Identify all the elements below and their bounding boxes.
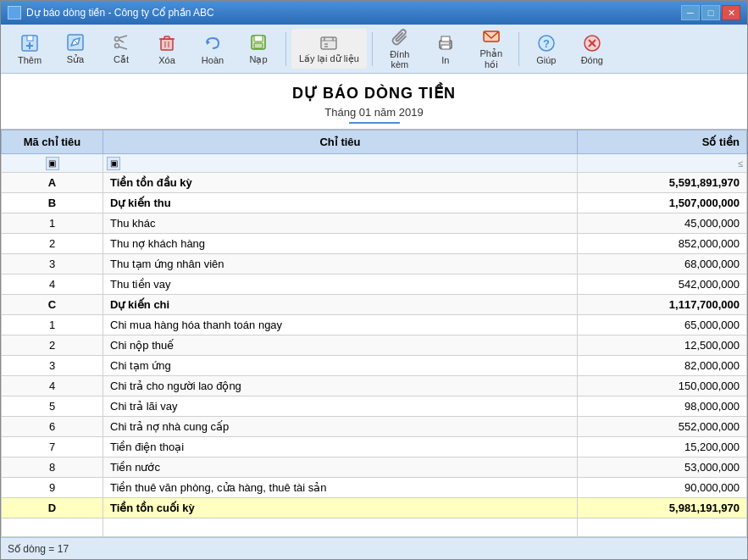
cell-chi-tieu: Chi tạm ứng xyxy=(103,356,578,376)
cell-so-tien: 98,000,000 xyxy=(578,396,747,417)
phan-hoi-button[interactable]: Phản hồi xyxy=(469,29,513,69)
table-row: 1Chi mua hàng hóa thanh toán ngay65,000,… xyxy=(2,315,747,335)
table-row: 3Thu tạm ứng nhân viên68,000,000 xyxy=(2,254,747,274)
cell-chi-tieu: Thu tạm ứng nhân viên xyxy=(103,254,578,274)
nap-label: Nạp xyxy=(249,54,267,65)
phan-hoi-icon xyxy=(481,28,501,47)
table-row: DTiền tồn cuối kỳ5,981,191,970 xyxy=(2,498,747,518)
table-row: ATiền tồn đầu kỳ5,591,891,970 xyxy=(2,173,747,193)
cell-so-tien: 5,591,891,970 xyxy=(578,173,747,193)
svg-text:?: ? xyxy=(543,37,550,50)
svg-line-8 xyxy=(119,36,127,38)
table-header-row: Mã chỉ tiêu Chỉ tiêu Số tiền xyxy=(2,130,747,154)
cell-ma: A xyxy=(2,173,103,193)
table-row: 9Tiền thuê văn phòng, cửa hàng, thuê tài… xyxy=(2,478,747,498)
cell-chi-tieu: Tiền nước xyxy=(103,457,578,478)
toolbar-separator-3 xyxy=(518,32,519,66)
them-button[interactable]: Thêm xyxy=(8,29,52,69)
table-row: 3Chi tạm ứng82,000,000 xyxy=(2,356,747,376)
window-title: Dự báo dòng tiền - Công ty Cổ phần ABC xyxy=(26,7,214,19)
sua-button[interactable]: Sửa xyxy=(53,29,97,69)
filter-row: ▣ ▣ ≤ xyxy=(2,154,747,173)
table-row: 2Chi nộp thuế12,500,000 xyxy=(2,335,747,356)
in-icon xyxy=(435,33,456,53)
app-icon xyxy=(8,6,21,19)
header-chi-tieu: Chỉ tiêu xyxy=(103,130,578,154)
table-row: 8Tiền nước53,000,000 xyxy=(2,457,747,478)
filter-icon-ma[interactable]: ▣ xyxy=(46,157,59,170)
cell-so-tien: 65,000,000 xyxy=(578,315,747,335)
cell-chi-tieu: Tiền tồn cuối kỳ xyxy=(103,498,578,518)
maximize-button[interactable]: □ xyxy=(701,5,720,20)
table-row: 4Thu tiền vay542,000,000 xyxy=(2,274,747,295)
filter-ma[interactable]: ▣ xyxy=(2,154,103,173)
them-icon xyxy=(19,33,40,53)
cell-ma: 7 xyxy=(2,437,103,457)
lay-lai-button[interactable]: Lấy lại dữ liệu xyxy=(291,29,367,69)
cell-chi-tieu: Dự kiến chi xyxy=(103,295,578,315)
toolbar-separator-1 xyxy=(285,32,286,66)
close-button[interactable]: ✕ xyxy=(722,5,740,20)
lay-lai-label: Lấy lại dữ liệu xyxy=(299,53,359,64)
nap-button[interactable]: Nạp xyxy=(236,29,280,69)
table-row: 7Tiền điện thoại15,200,000 xyxy=(2,437,747,457)
table-row: 1Thu khác45,000,000 xyxy=(2,213,747,234)
cell-so-tien: 1,117,700,000 xyxy=(578,295,747,315)
table-row: CDự kiến chi1,117,700,000 xyxy=(2,295,747,315)
cell-ma: 8 xyxy=(2,457,103,478)
cell-chi-tieu: Tiền điện thoại xyxy=(103,437,578,457)
svg-rect-1 xyxy=(27,36,33,41)
report-line xyxy=(349,122,400,124)
giup-button[interactable]: ? Giúp xyxy=(524,29,568,69)
svg-rect-19 xyxy=(254,43,263,48)
cell-chi-tieu: Chi mua hàng hóa thanh toán ngay xyxy=(103,315,578,335)
sua-icon xyxy=(65,32,86,53)
cell-so-tien: 53,000,000 xyxy=(578,457,747,478)
status-text: Số dòng = 17 xyxy=(8,543,69,555)
dinh-kem-label: Đính kèm xyxy=(381,49,418,69)
cell-so-tien: 68,000,000 xyxy=(578,254,747,274)
cell-so-tien: 552,000,000 xyxy=(578,417,747,437)
cell-ma: 4 xyxy=(2,376,103,396)
cell-ma: 5 xyxy=(2,396,103,417)
svg-point-7 xyxy=(115,44,119,48)
svg-rect-28 xyxy=(441,45,450,49)
cell-so-tien: 82,000,000 xyxy=(578,356,747,376)
filter-icon-chi-tieu[interactable]: ▣ xyxy=(107,157,120,170)
cell-chi-tieu: Dự kiến thu xyxy=(103,193,578,213)
xoa-button[interactable]: Xóa xyxy=(145,29,189,69)
table-container[interactable]: Mã chỉ tiêu Chỉ tiêu Số tiền ▣ ▣ xyxy=(1,129,747,537)
xoa-icon xyxy=(157,33,177,53)
giup-label: Giúp xyxy=(536,55,556,65)
filter-chi-tieu[interactable]: ▣ xyxy=(103,154,578,173)
dong-button[interactable]: Đóng xyxy=(570,29,614,69)
cell-chi-tieu: Chi trả lãi vay xyxy=(103,396,578,417)
cell-chi-tieu: Chi trả cho người lao động xyxy=(103,376,578,396)
report-title: DỰ BÁO DÒNG TIỀN xyxy=(1,84,747,103)
cat-button[interactable]: Cắt xyxy=(99,29,143,69)
dinh-kem-button[interactable]: Đính kèm xyxy=(378,29,422,69)
cell-so-tien: 90,000,000 xyxy=(578,478,747,498)
cell-so-tien: 1,507,000,000 xyxy=(578,193,747,213)
svg-point-29 xyxy=(449,42,451,44)
dinh-kem-icon xyxy=(390,29,410,47)
in-button[interactable]: In xyxy=(424,29,468,69)
xoa-label: Xóa xyxy=(158,55,175,65)
empty-row xyxy=(2,518,747,537)
cell-ma: 4 xyxy=(2,274,103,295)
cell-so-tien: 12,500,000 xyxy=(578,335,747,356)
svg-rect-18 xyxy=(254,36,263,42)
hoan-button[interactable]: Hoàn xyxy=(191,29,235,69)
minimize-button[interactable]: ─ xyxy=(681,5,700,20)
report-header: DỰ BÁO DÒNG TIỀN Tháng 01 năm 2019 xyxy=(1,74,747,129)
giup-icon: ? xyxy=(536,33,557,53)
cell-ma: 1 xyxy=(2,213,103,234)
svg-rect-20 xyxy=(321,37,336,49)
cat-label: Cắt xyxy=(114,54,129,65)
hoan-label: Hoàn xyxy=(202,55,224,65)
filter-so-tien-symbol: ≤ xyxy=(738,158,743,169)
title-bar: Dự báo dòng tiền - Công ty Cổ phần ABC ─… xyxy=(1,1,747,25)
table-row: 6Chi trả nợ nhà cung cấp552,000,000 xyxy=(2,417,747,437)
content-area: DỰ BÁO DÒNG TIỀN Tháng 01 năm 2019 Mã ch… xyxy=(1,74,747,537)
filter-so-tien[interactable]: ≤ xyxy=(578,154,747,173)
